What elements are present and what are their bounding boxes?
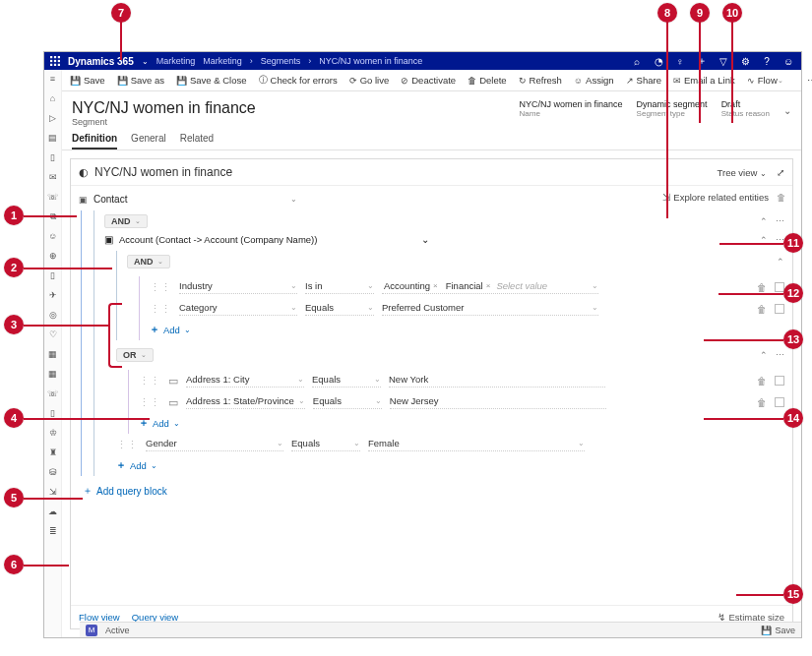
- select-clause-checkbox[interactable]: [775, 376, 784, 386]
- group1-operator[interactable]: AND⌄: [104, 214, 148, 228]
- delete-clause-icon[interactable]: 🗑: [757, 304, 767, 315]
- chevron-down-icon[interactable]: ⌄: [142, 57, 149, 66]
- nav-heart-icon[interactable]: ♡: [49, 329, 57, 339]
- nav-tile-icon[interactable]: ▤: [48, 133, 57, 143]
- select-clause-checkbox[interactable]: [775, 397, 784, 407]
- add-clause-button[interactable]: ＋Add⌄: [116, 455, 784, 476]
- add-clause-button[interactable]: ＋Add⌄: [150, 320, 784, 340]
- nav-cal2-icon[interactable]: ▦: [48, 369, 57, 379]
- nav-org-icon[interactable]: ♔: [49, 428, 57, 438]
- brand-name[interactable]: Dynamics 365: [68, 56, 134, 67]
- operator-select[interactable]: Is in⌄: [305, 280, 374, 294]
- nav-person-icon[interactable]: ☺: [48, 231, 57, 241]
- field-select[interactable]: Industry⌄: [179, 280, 297, 294]
- share-button[interactable]: ↗Share: [626, 75, 661, 86]
- nav-page-icon[interactable]: ▯: [50, 270, 55, 280]
- field-select[interactable]: Address 1: State/Province⌄: [186, 395, 305, 409]
- footer-save-button[interactable]: 💾Save: [761, 626, 795, 635]
- delete-clause-icon[interactable]: 🗑: [757, 282, 767, 293]
- flow-button[interactable]: ∿Flow ⌄: [747, 75, 783, 86]
- value-select[interactable]: Female⌄: [368, 438, 585, 451]
- bulb-icon[interactable]: ♀: [673, 56, 687, 67]
- nav-globe-icon[interactable]: ⊕: [49, 251, 57, 261]
- collapse-icon[interactable]: ⌃: [777, 257, 784, 267]
- nav-file-icon[interactable]: ▯: [50, 408, 55, 418]
- nav-cal-icon[interactable]: ▦: [48, 349, 57, 359]
- breadcrumb-2[interactable]: NYC/NJ women in finance: [319, 56, 422, 66]
- collapse-icon[interactable]: ⌃: [760, 350, 768, 360]
- nav-mail-icon[interactable]: ✉: [49, 172, 57, 182]
- nav-db-icon[interactable]: ⛁: [49, 467, 57, 477]
- nav-menu-icon[interactable]: ≡: [50, 74, 55, 84]
- value-select[interactable]: Preferred Customer⌄: [382, 302, 598, 316]
- nav-home-icon[interactable]: ⌂: [50, 93, 55, 103]
- value-multiselect[interactable]: Accounting× Financial× Select value ⌄: [382, 280, 598, 294]
- breadcrumb-0[interactable]: Marketing: [203, 56, 242, 66]
- field-select[interactable]: Gender⌄: [146, 438, 283, 451]
- persona-badge[interactable]: M: [86, 625, 97, 636]
- select-clause-checkbox[interactable]: [775, 304, 784, 314]
- overflow-button[interactable]: ⋯: [807, 75, 812, 86]
- nav-target-icon[interactable]: ◎: [49, 310, 57, 320]
- nav-export-icon[interactable]: ⇲: [49, 487, 57, 497]
- delete-button[interactable]: 🗑Delete: [468, 75, 506, 86]
- nav-doc-icon[interactable]: ▯: [50, 152, 55, 162]
- drag-handle-icon[interactable]: ⋮⋮: [150, 281, 171, 294]
- operator-select[interactable]: Equals⌄: [312, 374, 381, 388]
- value-chip[interactable]: Financial×: [444, 280, 493, 291]
- drag-handle-icon[interactable]: ⋮⋮: [116, 439, 138, 451]
- remove-chip-icon[interactable]: ×: [486, 281, 491, 290]
- area-name[interactable]: Marketing: [156, 56, 196, 66]
- nav-cloud-icon[interactable]: ☁: [48, 507, 57, 516]
- refresh-button[interactable]: ↻Refresh: [519, 75, 562, 86]
- sub-entity-row[interactable]: ▣ Account (Contact -> Account (Company N…: [104, 232, 784, 247]
- drag-handle-icon[interactable]: ⋮⋮: [150, 303, 171, 316]
- deactivate-button[interactable]: ⊘Deactivate: [401, 75, 456, 86]
- nav-voice-icon[interactable]: ☏: [47, 388, 58, 398]
- tab-related[interactable]: Related: [180, 133, 214, 149]
- nav-play-icon[interactable]: ▷: [49, 113, 56, 123]
- check-errors-button[interactable]: ⓘCheck for errors: [259, 74, 338, 87]
- breadcrumb-1[interactable]: Segments: [261, 56, 301, 66]
- search-icon[interactable]: ⌕: [630, 56, 644, 67]
- email-link-button[interactable]: ✉Email a Link: [673, 75, 735, 86]
- app-launcher-icon[interactable]: [50, 56, 60, 66]
- field-select[interactable]: Category⌄: [179, 302, 297, 316]
- nav-stack-icon[interactable]: ≣: [49, 526, 57, 536]
- delete-clause-icon[interactable]: 🗑: [757, 397, 767, 408]
- save-as-button[interactable]: 💾Save as: [117, 75, 164, 86]
- field-select[interactable]: Address 1: City⌄: [186, 374, 304, 388]
- drag-handle-icon[interactable]: ⋮⋮: [139, 396, 160, 409]
- user-icon[interactable]: ☺: [781, 56, 795, 67]
- save-close-button[interactable]: 💾Save & Close: [176, 75, 247, 86]
- collapse-icon[interactable]: ⌃: [760, 216, 768, 226]
- nav-struct-icon[interactable]: ♜: [49, 447, 57, 457]
- delete-clause-icon[interactable]: 🗑: [757, 376, 767, 387]
- nav-phone-icon[interactable]: ☏: [47, 192, 58, 202]
- operator-select[interactable]: Equals⌄: [305, 302, 374, 316]
- help-icon[interactable]: ?: [760, 56, 774, 67]
- view-mode-switch[interactable]: Tree view ⌄: [718, 167, 767, 178]
- add-clause-button[interactable]: ＋Add⌄: [139, 413, 784, 434]
- gear-icon[interactable]: ⚙: [738, 56, 752, 67]
- nav-send-icon[interactable]: ✈: [49, 290, 57, 300]
- tab-definition[interactable]: Definition: [72, 133, 117, 149]
- expand-header-icon[interactable]: ⌄: [783, 99, 791, 116]
- add-icon[interactable]: ＋: [695, 54, 709, 68]
- add-query-block-button[interactable]: ＋Add query block: [79, 476, 784, 502]
- save-button[interactable]: 💾Save: [70, 75, 105, 86]
- go-live-button[interactable]: ⟳Go live: [349, 75, 390, 86]
- value-chip[interactable]: Accounting×: [382, 280, 440, 291]
- group2-operator[interactable]: AND⌄: [127, 255, 170, 268]
- more-icon[interactable]: ⋯: [776, 216, 784, 226]
- filter-icon[interactable]: ▽: [717, 56, 730, 67]
- remove-chip-icon[interactable]: ×: [433, 281, 438, 290]
- assign-button[interactable]: ☺Assign: [574, 75, 614, 86]
- value-input[interactable]: New Jersey: [390, 395, 606, 409]
- drag-handle-icon[interactable]: ⋮⋮: [139, 375, 160, 388]
- tab-general[interactable]: General: [131, 133, 166, 149]
- explore-related-button[interactable]: ⇲Explore related entities: [662, 192, 769, 203]
- value-input[interactable]: New York: [389, 374, 605, 388]
- fullscreen-icon[interactable]: ⤢: [777, 167, 784, 178]
- delete-block-icon[interactable]: 🗑: [777, 192, 786, 203]
